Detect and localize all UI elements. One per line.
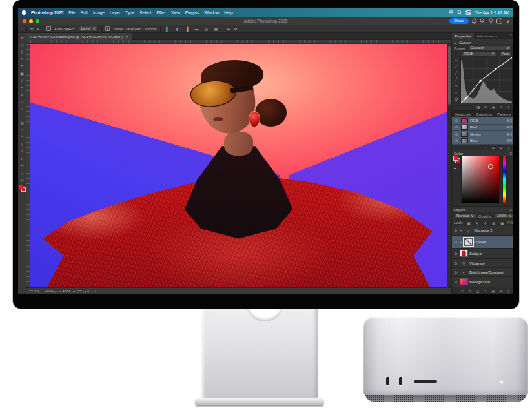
- eye-icon[interactable]: ⊙: [453, 229, 458, 232]
- tab-swatches[interactable]: Swatches: [452, 111, 473, 117]
- workspace-gear-icon[interactable]: ⚙: [234, 26, 237, 31]
- crop-tool[interactable]: #: [19, 63, 26, 69]
- tab-adjustments[interactable]: Adjustments: [474, 33, 500, 39]
- layer-effects-icon[interactable]: fx: [467, 288, 473, 293]
- distribute-vertical-icon[interactable]: ▬: [193, 26, 200, 32]
- type-tool[interactable]: T: [19, 148, 26, 154]
- targeted-adjustment-icon[interactable]: ⌖: [453, 57, 459, 63]
- visibility-icon[interactable]: ⊙: [483, 104, 488, 109]
- link-layers-icon[interactable]: ∞: [460, 288, 465, 293]
- tab-gradients[interactable]: Gradients: [473, 111, 495, 117]
- control-center-icon[interactable]: [466, 10, 471, 15]
- apple-logo-icon[interactable]: [22, 10, 26, 15]
- lock-position-icon[interactable]: ✛: [482, 219, 489, 226]
- sample-gray-eyedropper-icon[interactable]: ╱: [453, 70, 459, 76]
- tab-properties[interactable]: Properties: [452, 33, 474, 39]
- search-workspace-icon[interactable]: [480, 18, 486, 24]
- object-selection-tool[interactable]: ⌖: [19, 56, 26, 62]
- preset-dropdown[interactable]: Custom∨: [468, 45, 512, 51]
- marquee-tool[interactable]: ▢: [19, 41, 26, 48]
- gamut-warning-icon[interactable]: ▲: [453, 166, 458, 170]
- menu-image[interactable]: Image: [93, 10, 105, 15]
- home-icon[interactable]: ⌂: [21, 27, 23, 31]
- channel-row-blue[interactable]: ⊙ Blue ⌘5: [452, 138, 513, 145]
- hand-tool[interactable]: ◇: [19, 169, 26, 176]
- layer-name[interactable]: Subject: [469, 252, 482, 256]
- layer-row-vibrance[interactable]: ⊙ ▽ Vibrance: [452, 259, 513, 268]
- saturation-brightness-field[interactable]: [461, 156, 500, 203]
- layer-row-brightness-contrast[interactable]: ⊙ ◐ Brightness/Contrast: [452, 268, 513, 277]
- opacity-dropdown[interactable]: 100%∨: [495, 213, 513, 219]
- status-arrow-icon[interactable]: ›: [94, 289, 96, 293]
- eraser-tool[interactable]: ▱: [19, 112, 26, 119]
- brush-tool[interactable]: ✎: [19, 91, 26, 97]
- menu-select[interactable]: Select: [139, 10, 151, 15]
- channel-dropdown[interactable]: RGB∨: [462, 51, 497, 57]
- menu-bar-clock[interactable]: Tue Apr 1 9:41 AM: [475, 10, 509, 15]
- workspace-chevron-icon[interactable]: ∨: [505, 18, 511, 24]
- layer-group-icon[interactable]: ▤: [491, 288, 496, 293]
- reset-icon[interactable]: ↺: [498, 104, 504, 109]
- save-selection-icon[interactable]: ⊡: [491, 145, 496, 150]
- menu-edit[interactable]: Edit: [81, 10, 88, 15]
- search-icon[interactable]: [457, 10, 462, 15]
- eyedropper-tool[interactable]: ╱: [19, 77, 26, 83]
- layer-name[interactable]: Vibrance: [469, 261, 485, 265]
- align-left-icon[interactable]: ▌: [164, 26, 171, 32]
- delete-layer-icon[interactable]: ▯: [506, 288, 511, 293]
- channel-row-rgb[interactable]: ⊙ RGB ⌘2: [452, 117, 513, 125]
- background-layer-thumbnail[interactable]: [460, 278, 468, 285]
- color-picker-ring[interactable]: [488, 164, 493, 169]
- clip-to-layer-icon[interactable]: ◨: [475, 104, 480, 109]
- auto-select-checkbox[interactable]: [46, 26, 51, 31]
- document-canvas[interactable]: [30, 44, 447, 287]
- new-channel-icon[interactable]: ⊞: [498, 145, 504, 150]
- menu-app[interactable]: Photoshop 2025: [31, 10, 63, 15]
- show-transform-checkbox[interactable]: [105, 26, 110, 31]
- more-options-icon[interactable]: •••: [227, 27, 230, 31]
- load-selection-icon[interactable]: ○: [483, 145, 488, 150]
- menu-filter[interactable]: Filter: [156, 10, 165, 15]
- menu-window[interactable]: Window: [204, 10, 219, 15]
- tool-preset-chevron-icon[interactable]: ∨: [37, 26, 39, 31]
- eye-icon[interactable]: ⊙: [453, 270, 458, 274]
- eye-icon[interactable]: ⊙: [453, 240, 458, 244]
- eye-icon[interactable]: ⊙: [454, 132, 459, 136]
- pen-tool[interactable]: ╲: [19, 141, 26, 147]
- panel-menu-icon[interactable]: ≡: [509, 208, 512, 212]
- document-tab[interactable]: Fall-Winter-Collection.psd @ 71.1% (Curv…: [26, 33, 132, 40]
- discover-lightbulb-icon[interactable]: [488, 18, 494, 24]
- delete-adjustment-icon[interactable]: ▯: [506, 104, 511, 109]
- subject-layer-thumbnail[interactable]: [460, 250, 468, 257]
- sample-black-eyedropper-icon[interactable]: ╱: [453, 64, 459, 69]
- layer-name[interactable]: Brightness/Contrast: [469, 270, 504, 274]
- layer-mask-icon[interactable]: ◻: [475, 288, 480, 293]
- tab-close-icon[interactable]: ×: [125, 35, 128, 39]
- auto-button[interactable]: Auto: [499, 51, 512, 57]
- notifications-bell-icon[interactable]: [471, 18, 477, 24]
- layer-row-vibrance-2[interactable]: ⊙ ↳ ▽ Vibrance 2: [452, 226, 513, 236]
- menu-plugins[interactable]: Plugins: [185, 10, 199, 15]
- blend-mode-dropdown[interactable]: Normal∨: [454, 213, 476, 219]
- smooth-curve-icon[interactable]: ~: [453, 90, 459, 95]
- frame-tool[interactable]: ▣: [19, 70, 26, 76]
- layer-row-subject[interactable]: ⊙ Subject: [452, 249, 513, 259]
- adjustment-layer-icon[interactable]: ◐: [483, 288, 488, 293]
- scrollbar-thumb[interactable]: [448, 46, 451, 105]
- eye-icon[interactable]: ⊙: [453, 261, 458, 265]
- eye-icon[interactable]: ⊙: [454, 125, 459, 129]
- new-layer-icon[interactable]: ⊞: [498, 288, 504, 293]
- layer-name[interactable]: Curves: [474, 240, 486, 244]
- eye-icon[interactable]: ⊙: [453, 280, 458, 284]
- sample-white-eyedropper-icon[interactable]: ╱: [453, 77, 459, 82]
- layer-name[interactable]: Background: [469, 280, 490, 284]
- move-tool[interactable]: ✛: [19, 34, 26, 41]
- panel-menu-icon[interactable]: ≡: [509, 33, 513, 39]
- toolbar-color-swatches[interactable]: [19, 185, 26, 192]
- draw-curve-pencil-icon[interactable]: ✎: [453, 83, 459, 88]
- zoom-tool[interactable]: ◎: [19, 176, 26, 183]
- share-button[interactable]: Share: [449, 18, 469, 24]
- curves-layer-thumbnail[interactable]: [464, 238, 473, 245]
- auto-select-dropdown[interactable]: Layer∨: [79, 26, 98, 32]
- menu-layer[interactable]: Layer: [110, 10, 120, 15]
